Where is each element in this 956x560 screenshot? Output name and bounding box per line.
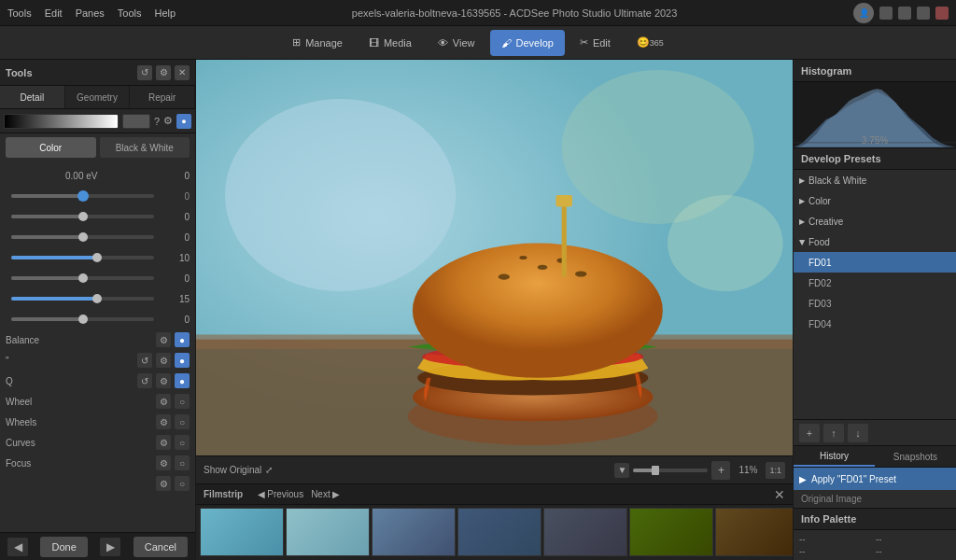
edit-button[interactable]: ✂ Edit (569, 30, 622, 56)
preset-fd04[interactable]: FD04 (794, 314, 956, 334)
focus-settings[interactable]: ⚙ (156, 455, 171, 470)
uts-active[interactable]: ○ (175, 476, 190, 491)
win-maximize[interactable] (898, 7, 911, 20)
preset-fd02[interactable]: FD02 (794, 273, 956, 293)
preset-fd01[interactable]: FD01 (794, 252, 956, 273)
color-button[interactable]: Color (6, 137, 96, 158)
done-button[interactable]: Done (40, 537, 87, 557)
menu-tools2[interactable]: Tools (118, 7, 142, 19)
preset-category-bw[interactable]: ▶ Black & White (794, 170, 956, 190)
next-btn[interactable]: ▶ (100, 538, 120, 556)
quote-active[interactable]: ● (175, 353, 190, 368)
prev-btn[interactable]: ◀ (7, 538, 28, 556)
uts-section[interactable]: ⚙ ○ (0, 473, 195, 494)
wheel-section[interactable]: Wheel ⚙ ○ (0, 391, 195, 412)
menu-panes[interactable]: Panes (76, 7, 105, 19)
tab-history[interactable]: History (794, 446, 875, 467)
bw-button[interactable]: Black & White (100, 137, 190, 158)
curves-section[interactable]: Curves ⚙ ○ (0, 432, 195, 453)
preset-fd03[interactable]: FD03 (794, 293, 956, 314)
wheels-settings[interactable]: ⚙ (156, 414, 171, 429)
slider-row-1: 0 (0, 206, 195, 227)
balance-active[interactable]: ● (175, 332, 190, 347)
history-item-1[interactable]: ▶ Apply "FD01" Preset (794, 468, 956, 490)
tab-geometry[interactable]: Geometry (65, 86, 131, 108)
filmstrip-thumb-2[interactable] (286, 508, 370, 556)
menu-tools[interactable]: Tools (7, 7, 32, 19)
balance-section[interactable]: Balance ⚙ ● (0, 329, 195, 350)
main-area: Tools ↺ ⚙ ✕ Detail Geometry Repair ? ⚙ ●… (0, 60, 956, 560)
win-minimize[interactable] (879, 7, 893, 20)
q-active[interactable]: ● (175, 373, 190, 388)
tab-repair[interactable]: Repair (130, 86, 195, 108)
zoom-plus-btn[interactable]: + (711, 461, 730, 480)
q-reset[interactable]: ↺ (137, 373, 152, 388)
preset-add-btn[interactable]: + (799, 424, 820, 442)
cancel-button[interactable]: Cancel (134, 537, 188, 557)
curves-settings[interactable]: ⚙ (156, 435, 171, 450)
wheels-section[interactable]: Wheels ⚙ ○ (0, 412, 195, 432)
filmstrip-thumb-3[interactable] (372, 508, 456, 556)
preset-category-creative[interactable]: ▶ Creative (794, 211, 956, 231)
slider-track-3[interactable] (11, 256, 154, 259)
filmstrip-thumbs: 👤 🐕 (196, 505, 793, 560)
quote-section[interactable]: " ↺ ⚙ ● (0, 350, 195, 371)
image-bottom-bar: Show Original ⤢ ▼ + 11% 1:1 (196, 455, 793, 483)
svg-rect-17 (555, 195, 572, 206)
media-button[interactable]: 🎞 Media (358, 30, 423, 56)
quote-settings[interactable]: ⚙ (156, 353, 171, 368)
panel-reset-btn[interactable]: ↺ (137, 65, 152, 80)
settings-btn[interactable]: ⚙ (163, 115, 173, 127)
zoom-dropdown-btn[interactable]: ▼ (614, 463, 629, 478)
win-restore[interactable] (917, 7, 930, 20)
wheel-active[interactable]: ○ (175, 394, 190, 409)
q-section[interactable]: Q ↺ ⚙ ● (0, 371, 195, 391)
filmstrip-thumb-5[interactable] (543, 508, 627, 556)
slider-row-5: 15 (0, 288, 195, 309)
uts-settings[interactable]: ⚙ (156, 476, 171, 491)
slider-track-6[interactable] (11, 317, 154, 321)
filmstrip-thumb-4[interactable] (457, 508, 541, 556)
help-btn[interactable]: ? (154, 116, 160, 127)
manage-button[interactable]: ⊞ Manage (281, 30, 354, 56)
view-button[interactable]: 👁 View (427, 30, 486, 56)
filmstrip-close-btn[interactable]: ✕ (774, 487, 785, 502)
focus-active[interactable]: ○ (175, 455, 190, 470)
extras-button[interactable]: 😊 365 (626, 30, 675, 56)
tab-detail[interactable]: Detail (0, 86, 65, 108)
preset-category-food[interactable]: ▶ Food (794, 231, 956, 252)
win-close[interactable] (935, 7, 949, 20)
focus-section[interactable]: Focus ⚙ ○ (0, 453, 195, 473)
develop-button[interactable]: 🖌 Develop (490, 30, 565, 56)
q-settings[interactable]: ⚙ (156, 373, 171, 388)
preset-category-color[interactable]: ▶ Color (794, 190, 956, 211)
zoom-reset-btn[interactable]: 1:1 (766, 462, 785, 479)
panel-header: Tools ↺ ⚙ ✕ (0, 60, 195, 86)
balance-settings[interactable]: ⚙ (156, 332, 171, 347)
show-original-button[interactable]: Show Original ⤢ (204, 465, 273, 475)
panel-close-btn[interactable]: ✕ (175, 65, 190, 80)
active-btn[interactable]: ● (176, 114, 191, 129)
wheel-settings[interactable]: ⚙ (156, 394, 171, 409)
filmstrip-next-btn[interactable]: Next ▶ (311, 489, 340, 499)
zoom-slider[interactable] (633, 469, 708, 472)
curves-active[interactable]: ○ (175, 435, 190, 450)
menu-edit[interactable]: Edit (45, 7, 63, 19)
panel-settings-btn[interactable]: ⚙ (156, 65, 171, 80)
wheels-active[interactable]: ○ (175, 414, 190, 429)
preset-import-btn[interactable]: ↓ (848, 424, 868, 442)
menu-help[interactable]: Help (155, 7, 176, 19)
slider-track-5[interactable] (11, 297, 154, 301)
filmstrip-thumb-7[interactable] (715, 508, 793, 556)
quote-reset[interactable]: ↺ (137, 353, 152, 368)
color-mode-row: Color Black & White (0, 133, 195, 161)
tab-snapshots[interactable]: Snapshots (875, 446, 956, 467)
preset-export-btn[interactable]: ↑ (823, 424, 844, 442)
exposure-track[interactable] (11, 194, 154, 198)
slider-track-1[interactable] (11, 215, 154, 218)
slider-track-4[interactable] (11, 276, 154, 280)
slider-track-2[interactable] (11, 235, 154, 239)
filmstrip-prev-btn[interactable]: ◀ Previous (258, 489, 303, 499)
filmstrip-thumb-6[interactable] (629, 508, 713, 556)
filmstrip-thumb-1[interactable] (200, 508, 284, 556)
